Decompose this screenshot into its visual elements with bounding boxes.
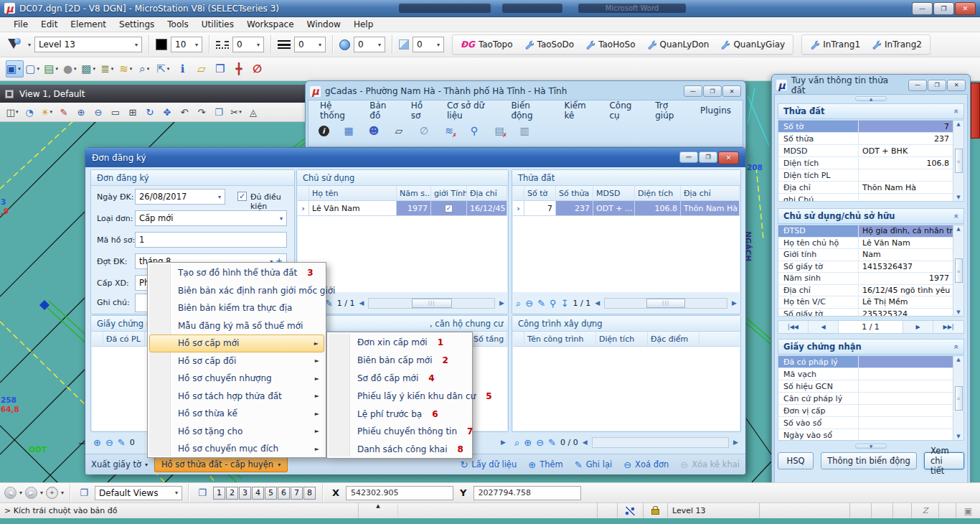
sec-thua-dat-header[interactable]: Thửa đất — [778, 103, 964, 119]
dgn-cache-cell[interactable]: ▣ — [956, 503, 980, 518]
report-remove-icon[interactable]: ▤ — [491, 123, 507, 139]
rotate-view-icon[interactable]: ↻▾ — [142, 104, 158, 120]
scroll-right-icon[interactable]: ▶ — [501, 439, 506, 446]
forward-button[interactable]: ▶ — [25, 487, 37, 499]
property-row[interactable]: ĐTSDHộ gia đình, cá nhân tro... — [778, 225, 953, 238]
edit-icon[interactable]: ✎ — [118, 438, 126, 447]
gcadas-menu-item[interactable]: Plugins — [694, 106, 737, 116]
remove-icon[interactable]: ⊖ — [536, 438, 544, 447]
menu-item[interactable]: Edit — [34, 19, 64, 29]
remove-icon[interactable]: ⊖ — [525, 299, 533, 308]
gcadas-menu-item[interactable]: Công cụ — [603, 100, 646, 121]
property-row[interactable]: Địa chỉ16/12/45 ngõ tình yêu — [778, 285, 953, 297]
element-class-icon[interactable] — [339, 39, 350, 50]
xuat-giay-to-button[interactable]: Xuất giấy tờ▾ — [91, 459, 148, 469]
layers-remove-icon[interactable]: ≋ — [441, 123, 457, 139]
add-icon[interactable]: ⊕ — [93, 438, 101, 447]
context-menu-item[interactable]: Biên bản xác định ranh giới mốc giới — [149, 282, 324, 300]
view-number-button[interactable]: 2 — [226, 487, 238, 500]
context-menu-item[interactable]: Hồ sơ chuyển nhượng — [149, 370, 324, 388]
color-combo[interactable]: 10▾ — [171, 37, 202, 52]
view-number-button[interactable]: 6 — [278, 487, 290, 500]
remove-icon[interactable]: ⊖ — [105, 438, 113, 447]
plugin-button[interactable]: ĐGQuanLyGiay — [715, 36, 791, 53]
gcadas-menu-item[interactable]: Hệ thống — [314, 100, 361, 121]
view-number-button[interactable]: 4 — [252, 487, 264, 500]
menu-item[interactable]: Element — [64, 19, 113, 29]
save-icon[interactable]: ✎Ghi lại — [575, 459, 612, 470]
view-list-icon[interactable]: ◫▾ — [4, 104, 20, 120]
window-area-icon[interactable]: ▭▾ — [108, 104, 123, 120]
hide-icon[interactable]: ∅ — [416, 123, 432, 139]
columns-icon[interactable]: ▥ — [517, 123, 532, 139]
update-view-icon[interactable]: ✎▾ — [56, 104, 72, 120]
scroll-right-icon[interactable]: ▶ — [499, 299, 504, 307]
property-row[interactable]: Số giấy tờ235325324 — [778, 309, 953, 317]
level-combo[interactable]: Level 13▾ — [34, 37, 142, 52]
property-row[interactable]: Đơn vị cấp — [778, 405, 953, 417]
property-row[interactable]: Họ tên chủ hộLê Văn Nam — [778, 238, 953, 250]
menu-item[interactable]: Utilities — [195, 19, 240, 29]
compass-icon[interactable] — [46, 487, 58, 499]
context-menu-item[interactable]: Hồ sơ cấp đổi — [149, 352, 324, 370]
context-menu-item[interactable]: Hồ sơ thừa kế — [149, 405, 324, 423]
thong-tin-bien-dong-button[interactable]: Thông tin biến động — [821, 452, 917, 469]
view-group-icon[interactable] — [76, 487, 92, 500]
context-menu-item[interactable]: Phiếu chuyển thông tin7 — [329, 423, 471, 441]
view-prev-icon[interactable]: ↶▾ — [176, 104, 192, 120]
gcadas-close-button[interactable]: ✕ — [722, 85, 741, 97]
plugin-button[interactable]: ĐGTaoTopo — [455, 36, 519, 53]
brightness-icon[interactable]: ☀▾ — [39, 104, 55, 120]
plugin-button[interactable]: ĐGInTrang1 — [804, 36, 866, 53]
so-tang-column[interactable]: Số tầng — [470, 332, 507, 346]
vertical-scrollbar[interactable]: ▲≡▼ — [953, 225, 963, 316]
plugin-button[interactable]: ĐGQuanLyDon — [641, 36, 715, 53]
horizontal-scrollbar[interactable]: ||| — [604, 298, 727, 309]
property-row[interactable]: Diện tích106.8 — [778, 157, 953, 169]
scroll-left-icon[interactable]: ◀ — [595, 299, 600, 307]
context-menu-item[interactable]: Hồ sơ chuyển mục đích — [149, 440, 324, 458]
gcadas-menu-item[interactable]: Kiểm kê — [559, 100, 601, 121]
context-menu-item[interactable]: Mẫu đăng ký mã số thuế mới — [149, 317, 324, 335]
gcadas-titlebar[interactable]: gCadas - Phường Nam Hà - Thành phố Hà Tĩ… — [308, 83, 743, 100]
property-row[interactable]: Số tờ7 — [778, 121, 953, 133]
vertical-scrollbar[interactable]: ▲≡▼ — [953, 356, 963, 440]
property-row[interactable]: Ngày vào sổ — [778, 429, 953, 441]
parcel-icon[interactable]: ▱ — [391, 123, 407, 139]
view-number-button[interactable]: 7 — [291, 487, 303, 500]
display-style-icon[interactable]: ◔▾ — [22, 104, 37, 120]
info-icon[interactable]: ℹ▾ — [174, 60, 192, 78]
gcadas-menu-item[interactable]: Bản đồ — [364, 100, 402, 121]
thua-dat-columns[interactable]: Số tờ Số thửa MDSD Diện tích Địa chỉ — [513, 186, 740, 201]
restore-button[interactable] — [933, 2, 954, 15]
menu-item[interactable]: File — [7, 19, 34, 29]
references-icon[interactable]: ≣▾ — [100, 60, 117, 78]
lock-cell[interactable] — [643, 503, 667, 518]
back-button[interactable]: ◀ — [4, 487, 17, 499]
line-style-icon[interactable] — [216, 41, 229, 49]
context-menu-item[interactable]: Danh sách công khai8 — [329, 441, 471, 459]
loai-don-field[interactable]: Cấp mới▾ — [135, 210, 287, 226]
line-style-combo[interactable]: 0▾ — [232, 37, 264, 52]
context-menu-item[interactable]: Biên bản cấp mới2 — [329, 352, 471, 370]
remove-icon[interactable]: ⊖Xóa kê khai — [680, 459, 740, 470]
import-icon[interactable]: ↧ — [561, 299, 569, 308]
pan-view-icon[interactable]: ✥▾ — [159, 104, 175, 120]
locate-icon[interactable]: ⚲ — [550, 299, 557, 308]
context-menu-item[interactable]: Biên bản kiểm tra thực địa — [149, 299, 324, 317]
chu-su-dung-row[interactable]: › Lê Văn Nam 1977 16/12/45 ng — [298, 201, 507, 216]
view-number-button[interactable]: 3 — [239, 487, 251, 500]
property-row[interactable]: Diện tích PL — [778, 169, 953, 182]
dialog-close-button[interactable] — [718, 151, 739, 164]
property-row[interactable]: Số giấy tờ1415326437 — [778, 261, 953, 273]
ma-ho-so-field[interactable]: 1 — [135, 232, 287, 248]
plugin-button[interactable]: ĐGTaoHoSo — [580, 36, 641, 53]
users-icon[interactable]: ☻ — [366, 123, 382, 139]
clip-volume-icon[interactable]: ✂▾ — [228, 104, 244, 120]
gcadas-restore-button[interactable]: ❐ — [703, 85, 722, 97]
folder-search-icon[interactable]: ▱▾ — [193, 60, 210, 78]
thua-dat-row[interactable]: › 7 237 ODT + ... 106.8 Thôn Nam Hà — [513, 201, 740, 216]
du-dieu-kien-checkbox[interactable] — [237, 192, 247, 201]
ho-so-thua-dat-button[interactable]: Hồ sơ thửa đất - cấp huyện▾ — [154, 457, 288, 472]
dialog-restore-button[interactable]: ❐ — [699, 151, 717, 163]
